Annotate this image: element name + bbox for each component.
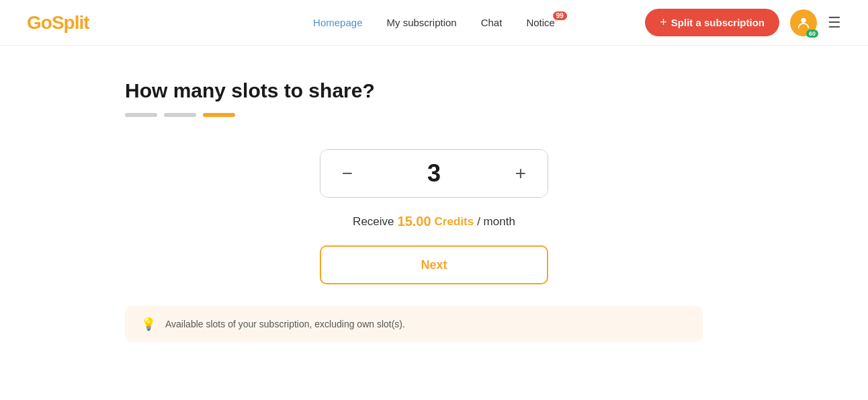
next-button[interactable]: Next xyxy=(320,245,548,284)
split-subscription-button[interactable]: + Split a subscription xyxy=(645,9,779,36)
step-2 xyxy=(164,113,196,117)
nav-notice-wrap: Notice 99 xyxy=(526,17,555,29)
nav-chat[interactable]: Chat xyxy=(481,17,503,28)
notice-badge: 99 xyxy=(553,11,567,20)
hamburger-icon[interactable]: ☰ xyxy=(828,15,841,30)
nav-homepage[interactable]: Homepage xyxy=(313,17,362,28)
nav-notice[interactable]: Notice xyxy=(526,17,555,28)
step-3 xyxy=(203,113,235,117)
main-nav: Homepage My subscription Chat Notice 99 xyxy=(313,17,555,29)
receive-amount: 15.00 xyxy=(398,214,431,229)
receive-text: Receive 15.00 Credits / month xyxy=(353,214,515,229)
step-1 xyxy=(125,113,157,117)
page-title: How many slots to share? xyxy=(125,79,743,102)
receive-suffix: / month xyxy=(477,215,515,229)
counter-value: 3 xyxy=(374,159,494,188)
info-box: 💡 Available slots of your subscription, … xyxy=(125,306,703,342)
avatar-badge: 60 xyxy=(806,30,818,38)
increment-button[interactable]: + xyxy=(494,150,548,197)
plus-icon: + xyxy=(660,15,667,30)
nav-my-subscription[interactable]: My subscription xyxy=(386,17,456,28)
info-text: Available slots of your subscription, ex… xyxy=(165,319,405,329)
header-right: + Split a subscription 60 ☰ xyxy=(645,9,841,36)
counter-box: − 3 + xyxy=(320,149,548,198)
decrement-button[interactable]: − xyxy=(320,150,374,197)
main-content: How many slots to share? − 3 + Receive 1… xyxy=(98,46,770,369)
logo[interactable]: GoSplit xyxy=(27,12,89,34)
split-button-label: Split a subscription xyxy=(671,17,765,28)
receive-credits: Credits xyxy=(435,215,474,229)
svg-point-0 xyxy=(801,17,806,22)
step-indicators xyxy=(125,113,743,117)
receive-label: Receive xyxy=(353,215,394,229)
header: GoSplit Homepage My subscription Chat No… xyxy=(0,0,868,46)
counter-section: − 3 + Receive 15.00 Credits / month Next xyxy=(125,149,743,284)
lightbulb-icon: 💡 xyxy=(141,317,156,331)
avatar-wrap[interactable]: 60 xyxy=(790,9,817,36)
